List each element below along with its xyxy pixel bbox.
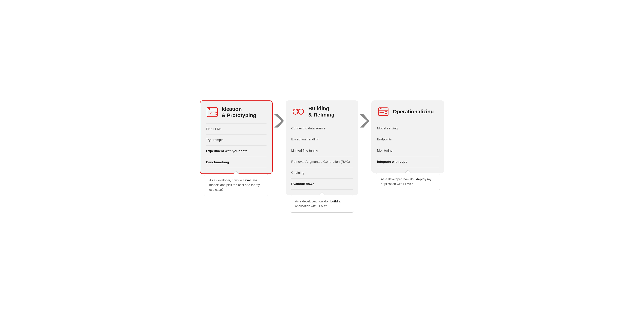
svg-text:⊙: ⊙ bbox=[215, 111, 218, 115]
column-ideation: × → ⊙ Ideation& PrototypingFind LLMsTry … bbox=[200, 100, 272, 196]
list-item: Find LLMs bbox=[206, 123, 266, 135]
card-items-building: Connect to data sourceException handling… bbox=[291, 123, 353, 190]
svg-marker-7 bbox=[274, 114, 284, 128]
ops-icon: </> bbox=[377, 105, 390, 118]
column-building: Building& RefiningConnect to data source… bbox=[286, 100, 358, 213]
card-items-ideation: Find LLMsTry promptsExperiment with your… bbox=[206, 123, 266, 168]
card-title-ideation: Ideation& Prototyping bbox=[222, 106, 256, 118]
list-item: Try prompts bbox=[206, 135, 266, 146]
column-operationalizing: </> OperationalizingModel servingEndpoin… bbox=[372, 100, 444, 190]
card-title-operationalizing: Operationalizing bbox=[393, 109, 434, 115]
speech-bubble-operationalizing: As a developer, how do I deploy my appli… bbox=[376, 173, 440, 190]
list-item: Limited fine tuning bbox=[291, 145, 353, 156]
card-items-operationalizing: Model servingEndpointsMonitoringIntegrat… bbox=[377, 123, 438, 167]
arrow-chevron bbox=[358, 114, 372, 128]
building-icon bbox=[291, 106, 305, 117]
svg-point-15 bbox=[386, 112, 386, 113]
list-item: Retrieval-Augmented Generation (RAG) bbox=[291, 156, 353, 167]
main-container: × → ⊙ Ideation& PrototypingFind LLMsTry … bbox=[200, 100, 444, 213]
card-operationalizing: </> OperationalizingModel servingEndpoin… bbox=[372, 100, 444, 173]
speech-bubble-ideation: As a developer, how do I evaluate models… bbox=[204, 174, 268, 196]
card-title-building: Building& Refining bbox=[308, 105, 334, 118]
list-item: Benchmarking bbox=[206, 157, 266, 168]
list-item: Monitoring bbox=[377, 145, 438, 156]
arrow-chevron bbox=[272, 114, 286, 128]
list-item: Chaining bbox=[291, 167, 353, 178]
list-item: Connect to data source bbox=[291, 123, 353, 134]
svg-point-3 bbox=[208, 108, 209, 109]
svg-marker-9 bbox=[360, 114, 370, 128]
list-item: Experiment with your data bbox=[206, 146, 266, 157]
ideation-icon: × → ⊙ bbox=[206, 106, 218, 118]
list-item: Evaluate flows bbox=[291, 178, 353, 190]
card-building: Building& RefiningConnect to data source… bbox=[286, 100, 358, 195]
list-item: Integrate with apps bbox=[377, 156, 438, 167]
svg-point-8 bbox=[303, 111, 304, 112]
list-item: Exception handling bbox=[291, 134, 353, 145]
svg-text:</>: </> bbox=[380, 107, 384, 110]
speech-bubble-building: As a developer, how do I build an applic… bbox=[290, 195, 354, 213]
list-item: Endpoints bbox=[377, 134, 438, 145]
card-header-ideation: × → ⊙ Ideation& Prototyping bbox=[206, 106, 266, 118]
card-header-operationalizing: </> Operationalizing bbox=[377, 105, 438, 118]
card-header-building: Building& Refining bbox=[291, 105, 353, 118]
list-item: Model serving bbox=[377, 123, 438, 134]
card-ideation: × → ⊙ Ideation& PrototypingFind LLMsTry … bbox=[200, 100, 272, 174]
svg-text:×: × bbox=[210, 111, 212, 115]
